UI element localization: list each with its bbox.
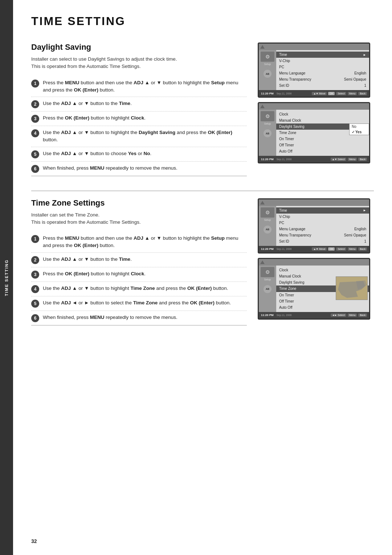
tv-left-panel-2: ⚙ Setup AB [259,110,276,156]
tv-nav-4: ◄► Select Menu Back [331,313,367,317]
menu-item-setid-3: Set ID1 [276,238,369,244]
menu-item-clock: Clock [276,111,369,117]
tv-body-1: ⚙ Setup AB Time► V-Chip PC [259,50,369,90]
daylight-saving-steps: 1 Press the MENU button and then use the… [31,76,247,176]
step-number-1: 1 [31,80,39,88]
tv-triangle-icon-4 [260,260,265,264]
tz-step-number-5: 5 [31,300,39,308]
step-number-5: 5 [31,150,39,158]
tv-menu-area-3: Time► V-Chip PC Menu LanguageEnglish Men… [276,206,369,246]
tv-date-2: Sep.11, 2006 [277,158,292,161]
time-zone-steps: 1 Press the MENU button and then use the… [31,232,247,325]
step-number-4: 4 [31,129,39,137]
step-item: 6 When finished, press MENU repeatedly t… [31,162,247,176]
tv-time-1: 11:20 PM [261,92,274,95]
tz-step-number-3: 3 [31,271,39,279]
tv-nav-select-4: ◄► Select [331,313,346,317]
tv-nav-menu: Menu [348,92,357,95]
tv-screen-1: ⚙ Setup AB Time► V-Chip PC [258,42,370,98]
tv-triangle-icon-2 [260,105,265,108]
menu-item-autooff-4: Auto Off [276,304,369,311]
tv-nav-move: ▲▼ Move [312,92,327,95]
time-zone-left: Time Zone Settings Installer can set the… [31,198,247,325]
step-item: 5 Use the ADJ ◄ or ► button to select th… [31,296,247,311]
menu-item-ontimer: On Timer [276,136,369,142]
step-item: 4 Use the ADJ ▲ or ▼ button to highlight… [31,282,247,296]
tv-left-panel-4: ⚙ Setup AB [259,266,276,312]
daylight-saving-screens: ⚙ Setup AB Time► V-Chip PC [258,42,374,176]
tv-nav-back-2: Back [358,158,367,161]
tv-nav-move-3: ▲▼ Move [312,247,327,251]
tv-nav-back-4: Back [358,313,367,317]
page-title: TIME SETTING [31,15,374,28]
page-number: 32 [31,538,37,544]
menu-item-daylight: Daylight Saving No No ✓Yes [276,123,369,130]
tv-nav-select-2: ▲▼ Select [331,158,346,161]
time-zone-desc: Installer can set the Time Zone. This is… [31,211,247,226]
ab-badge-2: AB [264,129,271,137]
menu-item-language-3: Menu LanguageEnglish [276,226,369,232]
tv-nav-back: Back [358,92,367,95]
menu-item-transparency: Menu TransparencySemi Opaque [276,76,369,82]
tv-top-bar-3 [259,199,369,206]
tv-menu-area-1: Time► V-Chip PC Menu LanguageEnglish Men… [276,50,369,90]
tv-screen-4: ⚙ Setup AB Clock Manual Clock Daylight S… [258,258,370,320]
menu-item-vchip-3: V-Chip [276,214,369,220]
setup-label-3: Setup [264,219,271,221]
tv-map [336,276,368,300]
tv-menu-area-4: Clock Manual Clock Daylight Saving Time … [276,266,369,312]
tv-screen-3: ⚙ Setup AB Time► V-Chip PC [258,198,370,254]
tv-date-3: Sep.11, 2006 [277,248,292,250]
tz-step-number-4: 4 [31,285,39,293]
tv-nav-1: ▲▼ Move OK Select Menu Back [312,92,367,95]
ab-badge: AB [264,70,271,78]
tv-bottom-bar-3: 11:20 PM Sep.11, 2006 ▲▼ Move OK Select … [259,246,369,252]
step-text-3: Press the OK (Enter) button to highlight… [43,114,247,122]
menu-item-setid: Set ID1 [276,82,369,89]
tv-bottom-bar-1: 11:20 PM Sep.11, 2006 ▲▼ Move OK Select … [259,90,369,97]
menu-item-pc: PC [276,64,369,70]
tv-nav-ok-3: OK [328,247,335,251]
tv-nav-back-3: Back [358,247,367,251]
menu-item-clock-4: Clock [276,267,369,273]
step-item: 2 Use the ADJ ▲ or ▼ button to the Time. [31,253,247,267]
step-number-2: 2 [31,100,39,108]
setup-icon-3: ⚙ [261,207,274,218]
tv-triangle-icon [260,45,265,49]
tv-time-2: 11:20 PM [261,158,274,161]
tv-nav-select-3: Select [336,247,346,251]
time-zone-heading: Time Zone Settings [31,198,247,208]
setup-label-4: Setup [264,278,271,281]
menu-item-pc-3: PC [276,220,369,226]
setup-label-2: Setup [264,122,271,125]
menu-item-transparency-3: Menu TransparencySemi Opaque [276,232,369,238]
tz-step-text-1: Press the MENU button and then use the A… [43,235,247,250]
daylight-saving-section: Daylight Saving Installer can select to … [31,42,374,176]
ab-badge-4: AB [264,285,271,293]
step-item: 1 Press the MENU button and then use the… [31,76,247,97]
step-text-1: Press the MENU button and then use the A… [43,79,247,94]
tv-body-3: ⚙ Setup AB Time► V-Chip PC [259,206,369,246]
step-item: 3 Press the OK (Enter) button to highlig… [31,267,247,282]
time-zone-section: Time Zone Settings Installer can set the… [31,198,374,325]
menu-item-time: Time► [276,52,369,58]
tv-menu-area-2: Clock Manual Clock Daylight Saving No No… [276,110,369,156]
step-text-5: Use the ADJ ▲ or ▼ button to choose Yes … [43,150,247,157]
tv-triangle-icon-3 [260,201,265,204]
step-item: 4 Use the ADJ ▲ or ▼ button to highlight… [31,126,247,147]
main-content: TIME SETTING Daylight Saving Installer c… [13,0,392,555]
tv-bottom-bar-4: 11:20 PM Sep.11, 2006 ◄► Select Menu Bac… [259,312,369,319]
menu-item-language: Menu LanguageEnglish [276,70,369,76]
daylight-saving-desc: Installer can select to use Daylight Sav… [31,56,247,70]
step-text-6: When finished, press MENU repeatedly to … [43,165,247,172]
menu-item-offtimer: Off Timer [276,142,369,148]
tz-step-text-2: Use the ADJ ▲ or ▼ button to the Time. [43,256,247,263]
tv-time-4: 11:20 PM [261,313,274,317]
setup-icon-4: ⚙ [261,267,274,277]
setup-icon-2: ⚙ [261,111,274,121]
menu-item-vchip: V-Chip [276,58,369,64]
step-text-2: Use the ADJ ▲ or ▼ button to the Time. [43,100,247,107]
tz-step-text-6: When finished, press MENU repeatedly to … [43,314,247,321]
ab-badge-3: AB [264,226,271,234]
tv-nav-3: ▲▼ Move OK Select Menu Back [312,247,367,251]
